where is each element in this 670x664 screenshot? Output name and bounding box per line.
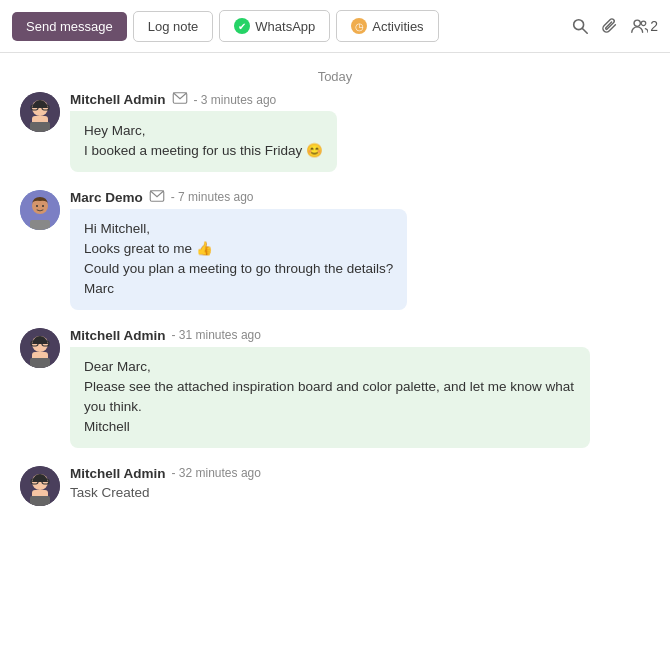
sender-name: Mitchell Admin <box>70 466 166 481</box>
messages-area: Today Mitchell Admin- 3 minutes agoHey M… <box>0 53 670 544</box>
message-entry: Mitchell Admin- 3 minutes agoHey Marc,I … <box>20 92 650 172</box>
message-entry: Mitchell Admin- 32 minutes agoTask Creat… <box>20 466 650 506</box>
message-header: Marc Demo- 7 minutes ago <box>70 190 650 205</box>
message-header: Mitchell Admin- 32 minutes ago <box>70 466 650 481</box>
date-separator: Today <box>20 53 650 92</box>
message-time: - 7 minutes ago <box>171 190 254 204</box>
svg-point-2 <box>634 20 640 26</box>
message-entry: Mitchell Admin- 31 minutes agoDear Marc,… <box>20 328 650 448</box>
svg-point-0 <box>574 20 584 30</box>
svg-rect-14 <box>30 220 50 230</box>
follower-count: 2 <box>650 18 658 34</box>
sender-name: Marc Demo <box>70 190 143 205</box>
svg-point-15 <box>36 205 38 207</box>
avatar <box>20 466 60 506</box>
svg-point-3 <box>641 21 646 26</box>
message-bubble: Dear Marc,Please see the attached inspir… <box>70 347 590 448</box>
toolbar: Send message Log note ✔ WhatsApp ◷ Activ… <box>0 0 670 53</box>
svg-rect-10 <box>30 122 50 132</box>
search-icon[interactable] <box>570 16 590 36</box>
avatar <box>20 190 60 230</box>
log-note-button[interactable]: Log note <box>133 11 214 42</box>
message-body: Mitchell Admin- 32 minutes agoTask Creat… <box>70 466 650 500</box>
send-message-button[interactable]: Send message <box>12 12 127 41</box>
whatsapp-icon: ✔ <box>234 18 250 34</box>
svg-rect-31 <box>30 496 50 506</box>
activities-button[interactable]: ◷ Activities <box>336 10 438 42</box>
message-body: Mitchell Admin- 3 minutes agoHey Marc,I … <box>70 92 650 172</box>
message-header: Mitchell Admin- 3 minutes ago <box>70 92 650 107</box>
sender-name: Mitchell Admin <box>70 328 166 343</box>
message-time: - 3 minutes ago <box>194 93 277 107</box>
email-icon <box>172 92 188 107</box>
svg-line-1 <box>583 29 588 34</box>
message-bubble: Hi Mitchell,Looks great to me 👍Could you… <box>70 209 407 310</box>
toolbar-icons: 2 <box>570 16 658 36</box>
activities-icon: ◷ <box>351 18 367 34</box>
message-entry: Marc Demo- 7 minutes agoHi Mitchell,Look… <box>20 190 650 310</box>
svg-rect-24 <box>30 358 50 368</box>
followers-badge[interactable]: 2 <box>630 17 658 35</box>
paperclip-icon[interactable] <box>600 16 620 36</box>
message-body: Mitchell Admin- 31 minutes agoDear Marc,… <box>70 328 650 448</box>
avatar <box>20 328 60 368</box>
message-bubble: Hey Marc,I booked a meeting for us this … <box>70 111 337 172</box>
whatsapp-button[interactable]: ✔ WhatsApp <box>219 10 330 42</box>
message-plain: Task Created <box>70 485 650 500</box>
message-body: Marc Demo- 7 minutes agoHi Mitchell,Look… <box>70 190 650 310</box>
svg-point-16 <box>42 205 44 207</box>
message-header: Mitchell Admin- 31 minutes ago <box>70 328 650 343</box>
avatar <box>20 92 60 132</box>
message-time: - 32 minutes ago <box>172 466 261 480</box>
email-icon <box>149 190 165 205</box>
message-time: - 31 minutes ago <box>172 328 261 342</box>
sender-name: Mitchell Admin <box>70 92 166 107</box>
